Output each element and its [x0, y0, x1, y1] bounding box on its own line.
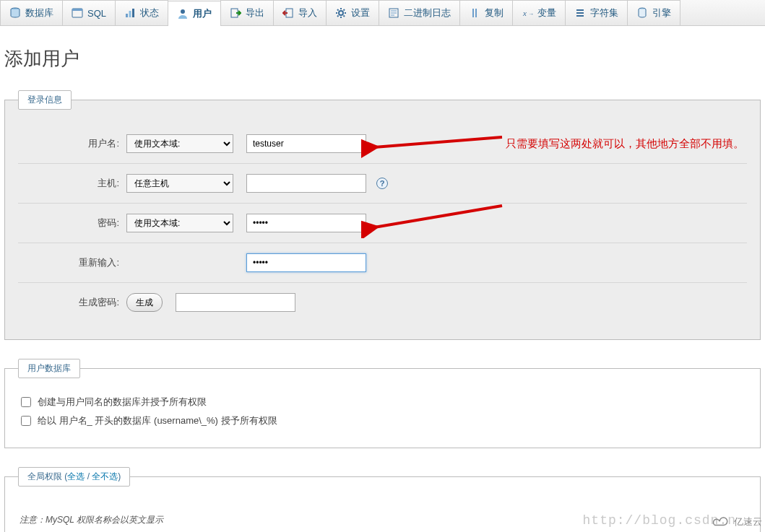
label-host: 主机: [18, 177, 126, 190]
label-username: 用户名: [18, 137, 126, 150]
chk-create-db-box[interactable] [21, 397, 31, 407]
tab-label: 引擎 [652, 6, 671, 19]
user-db-legend: 用户数据库 [18, 359, 80, 378]
database-icon [9, 7, 21, 19]
chk-wildcard-db-box[interactable] [21, 416, 31, 426]
page-title: 添加用户 [4, 46, 765, 71]
tab-label: 数据库 [25, 6, 53, 19]
chk-create-db-label: 创建与用户同名的数据库并授予所有权限 [38, 396, 207, 409]
engine-icon [636, 7, 648, 19]
sql-icon [72, 7, 83, 19]
user-icon [177, 8, 189, 19]
tab-replication[interactable]: 复制 [459, 0, 513, 25]
login-info-legend: 登录信息 [18, 90, 72, 110]
svg-rect-12 [475, 9, 477, 17]
tab-export[interactable]: 导出 [220, 0, 274, 25]
svg-text:→: → [528, 11, 533, 17]
svg-point-9 [339, 11, 343, 15]
svg-point-6 [181, 9, 185, 14]
tab-label: 字符集 [590, 6, 618, 19]
password-mode-select[interactable]: 使用文本域: [126, 214, 233, 232]
host-input[interactable] [246, 174, 366, 193]
tab-label: 二进制日志 [404, 6, 451, 19]
row-generate: 生成密码: 生成 [18, 283, 747, 322]
chk-wildcard-db-label: 给以 用户名_ 开头的数据库 (username\_%) 授予所有权限 [38, 414, 277, 427]
host-mode-select[interactable]: 任意主机 [126, 174, 233, 193]
tab-users[interactable]: 用户 [168, 1, 221, 26]
export-icon [230, 7, 241, 19]
svg-rect-3 [126, 14, 128, 17]
row-retype: 重新输入: [18, 243, 747, 283]
svg-rect-2 [72, 9, 82, 11]
label-password: 密码: [18, 217, 126, 230]
svg-text:x: x [522, 9, 527, 17]
tab-database[interactable]: 数据库 [0, 0, 63, 25]
tab-label: 变量 [537, 6, 556, 19]
row-password: 密码: 使用文本域: [18, 204, 747, 243]
username-input[interactable] [246, 134, 366, 153]
svg-rect-11 [472, 9, 474, 17]
retype-password-input[interactable] [246, 253, 366, 272]
user-db-fieldset: 用户数据库 创建与用户同名的数据库并授予所有权限 给以 用户名_ 开头的数据库 … [4, 359, 761, 448]
status-icon [124, 7, 136, 19]
tab-import[interactable]: 导入 [273, 0, 327, 25]
binlog-icon [388, 7, 399, 19]
charset-icon [574, 7, 586, 19]
help-icon[interactable]: ? [376, 178, 388, 189]
tab-label: 状态 [140, 6, 159, 19]
top-tabbar: 数据库 SQL 状态 用户 导出 导入 设置 [0, 0, 765, 26]
variables-icon: x→ [522, 7, 533, 19]
tab-status[interactable]: 状态 [115, 0, 168, 25]
tab-label: 用户 [193, 7, 212, 20]
uncheck-all-link[interactable]: 全不选 [92, 471, 118, 481]
gear-icon [335, 7, 347, 19]
check-all-link[interactable]: 全选 [67, 471, 85, 481]
tab-label: 复制 [485, 6, 503, 19]
label-generate: 生成密码: [18, 296, 126, 309]
tab-variables[interactable]: x→ 变量 [512, 0, 566, 25]
label-retype: 重新输入: [18, 256, 126, 269]
row-host: 主机: 任意主机 ? [18, 164, 747, 204]
tab-label: 导入 [298, 6, 317, 19]
import-icon [282, 7, 294, 19]
tab-engines[interactable]: 引擎 [627, 0, 680, 25]
tab-label: 导出 [246, 6, 264, 19]
username-mode-select[interactable]: 使用文本域: [126, 134, 233, 153]
global-priv-legend: 全局权限 (全选 / 全不选) [18, 467, 130, 487]
tab-binlog[interactable]: 二进制日志 [379, 0, 460, 25]
tab-charsets[interactable]: 字符集 [565, 0, 628, 25]
password-input[interactable] [246, 214, 366, 232]
tab-label: 设置 [351, 6, 370, 19]
watermark-logo: 亿速云 [709, 515, 762, 529]
replication-icon [469, 7, 480, 19]
row-username: 用户名: 使用文本域: [18, 124, 747, 164]
tab-label: SQL [87, 8, 106, 19]
tab-sql[interactable]: SQL [62, 0, 116, 25]
generated-password-input[interactable] [176, 293, 295, 312]
svg-rect-4 [129, 11, 131, 17]
chk-create-db[interactable]: 创建与用户同名的数据库并授予所有权限 [18, 393, 747, 411]
chk-wildcard-db[interactable]: 给以 用户名_ 开头的数据库 (username\_%) 授予所有权限 [18, 411, 747, 430]
tab-settings[interactable]: 设置 [326, 0, 379, 25]
generate-password-button[interactable]: 生成 [126, 293, 163, 312]
svg-rect-5 [132, 9, 134, 17]
login-info-fieldset: 登录信息 用户名: 使用文本域: 主机: 任意主机 ? 密码: 使用文本域: 重… [4, 90, 761, 340]
